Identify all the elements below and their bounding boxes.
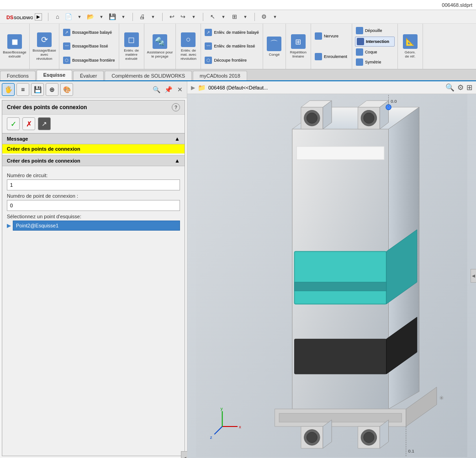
add-btn[interactable]: ⊕ [46,83,58,96]
print-btn[interactable]: 🖨 [137,12,147,22]
viewport-settings-icon[interactable]: ⚙ [457,83,464,92]
svg-rect-20 [295,339,386,374]
dialog-panel: Créer des points de connexion ? ✓ ✗ ↗ Me… [2,100,185,456]
decoupe-frontiere-btn[interactable]: ⬡ Découpe frontière [204,56,259,64]
nervure-icon [315,32,322,40]
dropdown-7[interactable]: ▼ [240,12,250,22]
tab-complements[interactable]: Compléments de SOLIDWORKS [105,71,192,80]
enlev-lisse-btn[interactable]: 〰 Enlèv. de matière lissé [204,42,259,50]
bossage-rev-label: Bossage/Baseavecrévolution [32,48,56,61]
redo-btn[interactable]: ↪ [178,12,188,22]
nervure-btn[interactable]: Nervure [314,32,349,40]
sw-arrow-btn[interactable]: ▶ [35,13,42,21]
base-bossage-label: Base/Bossageextrudé [3,50,26,58]
collapse-tab[interactable]: ◀ [181,451,187,458]
enlev-rev-btn[interactable]: ○ Enlèv. demat. avecrévolution [176,24,201,69]
repetition-btn[interactable]: ⊞ Répétitionlinéaire [286,24,311,69]
svg-point-30 [307,432,317,442]
svg-text:z: z [210,435,212,440]
panel-right-icons: 🔍 📌 ✕ [151,84,185,95]
pin-icon[interactable]: 📌 [163,84,173,95]
ok-btn[interactable]: ✓ [7,117,20,130]
dialog-header: Créer des points de connexion ? [2,100,185,115]
symetrie-label: Symétrie [365,60,381,64]
ribbon-tabs: Fonctions Esquisse Évaluer Compléments d… [0,69,476,81]
enroulement-btn[interactable]: Enroulement [314,53,349,61]
assistance-percage-btn[interactable]: 🔩 Assistance pourle perçage [144,24,176,69]
svg-text:y: y [221,406,223,411]
list-view-btn[interactable]: ≡ [16,83,29,96]
enlev-extrude-label: Enlèv. dematièreextrudé [124,48,139,61]
dropdown-2[interactable]: ▼ [96,12,106,22]
bossage-rev-btn[interactable]: ⟳ Bossage/Baseavecrévolution [30,24,59,69]
conge-btn[interactable]: ⌒ Congé [263,24,286,69]
circuit-number-input[interactable] [7,179,180,190]
title-bar: 006468.sldprt [0,0,476,10]
base-bossage-btn[interactable]: ◼ Base/Bossageextrudé [0,24,30,69]
help-btn[interactable]: ? [172,103,180,111]
sketch-point-selected[interactable]: Point2@Esquisse1 [13,221,180,231]
viewport-expand-icon[interactable]: ⊞ [466,83,472,92]
right-collapse-tab[interactable]: ◀ [471,269,476,283]
close-icon[interactable]: ✕ [175,84,185,95]
bossage-lisse-btn[interactable]: 〰 Bossage/Base lissé [62,42,116,50]
enlev-balaye-icon: ↗ [205,29,212,36]
viewport-search-icon[interactable]: 🔍 [445,83,455,92]
tab-evaluer[interactable]: Évaluer [73,71,104,80]
cancel-btn[interactable]: ✗ [22,117,35,130]
tree-expand-arrow[interactable]: ▶ [191,84,195,91]
geom-ref-btn[interactable]: 📐 Géom.de réf. [398,24,423,69]
bossage-balaye-btn[interactable]: ↗ Bossage/Base balayé [62,28,116,37]
connection-point-input[interactable] [7,200,180,211]
dropdown-3[interactable]: ▼ [118,12,128,22]
coque-btn[interactable]: Coque [355,48,395,56]
viewport-right-icons: 🔍 ⚙ ⊞ [445,83,472,92]
enroulement-icon [315,53,322,60]
action-btn[interactable]: ↗ [38,117,51,130]
model-view[interactable]: 0.0 0.1 x y z ✳ [187,94,476,457]
snap-btn[interactable]: ⊞ [229,12,239,22]
panel-toolbar: 🖐 ≡ 💾 ⊕ 🎨 🔍 📌 ✕ [0,81,187,98]
settings-btn[interactable]: ⚙ [259,12,269,22]
assistance-percage-icon: 🔩 [153,34,167,49]
repetition-label: Répétitionlinéaire [290,50,307,58]
model-tree-bar: ▶ 📁 006468 (Défaut<<Défaut... 🔍 ⚙ ⊞ [187,81,476,94]
search-icon[interactable]: 🔍 [151,84,161,95]
hand-tool-btn[interactable]: 🖐 [2,83,15,96]
svg-text:SOLIDWORKS: SOLIDWORKS [14,16,33,20]
tab-fonctions[interactable]: Fonctions [0,71,36,80]
dropdown-6[interactable]: ▼ [218,12,228,22]
message-section-header[interactable]: Message ▲ [2,133,185,144]
message-content: Créer des points de connexion [2,144,185,153]
open-btn[interactable]: 📂 [85,12,95,22]
new-btn[interactable]: 📄 [63,12,74,22]
svg-text:DS: DS [6,15,13,20]
enlev-balaye-btn[interactable]: ↗ Enlèv. de matière balayé [204,28,259,37]
dropdown-8[interactable]: ▼ [270,12,280,22]
tab-esquisse[interactable]: Esquisse [37,70,72,80]
home-btn[interactable]: ⌂ [53,12,63,22]
dropdown-1[interactable]: ▼ [74,12,85,22]
base-bossage-icon: ◼ [7,34,22,49]
svg-point-32 [364,432,374,442]
dropdown-5[interactable]: ▼ [189,12,199,22]
intersection-btn[interactable]: Intersection [355,37,395,47]
save-btn[interactable]: 💾 [107,12,117,22]
dropdown-4[interactable]: ▼ [148,12,158,22]
create-points-section-header[interactable]: Créer des points de connexion ▲ [2,155,185,166]
depouille-btn[interactable]: Dépouille [355,26,395,35]
enlev-extrude-btn[interactable]: ◻ Enlèv. dematièreextrudé [119,24,144,69]
message-collapse-icon: ▲ [175,136,180,142]
color-btn[interactable]: 🎨 [60,83,73,96]
svg-text:x: x [239,424,241,429]
bossage-frontiere-btn[interactable]: ⬡ Bossage/Base frontière [62,56,116,64]
repetition-icon: ⊞ [291,34,306,49]
save-view-btn[interactable]: 💾 [31,83,44,96]
tab-mycadtools[interactable]: myCADtools 2018 [193,71,247,80]
symetrie-btn[interactable]: Symétrie [355,58,395,66]
main-area: 🖐 ≡ 💾 ⊕ 🎨 🔍 📌 ✕ Créer des points de conn… [0,81,476,458]
undo-btn[interactable]: ↩ [167,12,177,22]
svg-rect-19 [295,282,386,291]
decoupe-frontiere-icon: ⬡ [205,57,212,64]
select-btn[interactable]: ↖ [207,12,217,22]
